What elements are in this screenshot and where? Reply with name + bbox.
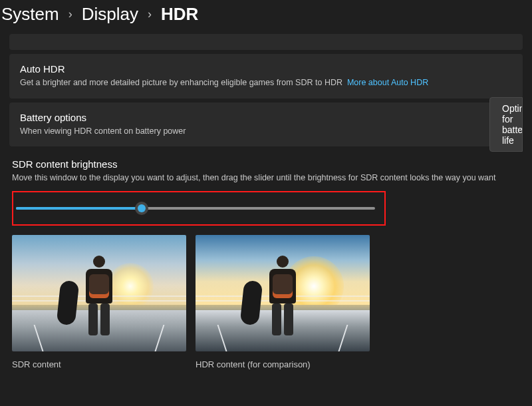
battery-title: Battery options	[20, 112, 512, 123]
chevron-right-icon: ›	[68, 7, 72, 21]
panel-battery-options[interactable]: Battery options When viewing HDR content…	[9, 102, 523, 147]
breadcrumb-system[interactable]: System	[1, 4, 59, 25]
sdr-caption: SDR content	[12, 359, 186, 369]
hdr-caption: HDR content (for comparison)	[196, 359, 370, 369]
breadcrumb-hdr: HDR	[161, 4, 198, 25]
auto-hdr-title: Auto HDR	[20, 63, 512, 75]
battery-optimize-dropdown[interactable]: Optimize for battery life	[489, 97, 523, 152]
auto-hdr-desc-text: Get a brighter and more detailed picture…	[20, 78, 342, 87]
slider-thumb[interactable]	[135, 202, 148, 215]
panel-auto-hdr[interactable]: Auto HDR Get a brighter and more detaile…	[9, 54, 523, 99]
sdr-slider-highlight	[12, 191, 386, 226]
panel-cutoff	[9, 34, 523, 50]
sdr-preview-image	[12, 235, 186, 351]
sdr-brightness-slider[interactable]	[16, 202, 375, 215]
breadcrumb: System › Display › HDR	[0, 0, 532, 34]
sdr-desc: Move this window to the display you want…	[12, 172, 520, 184]
hdr-preview-image	[196, 235, 370, 351]
slider-fill	[16, 207, 142, 210]
battery-desc: When viewing HDR content on battery powe…	[20, 126, 512, 138]
comparison-images: SDR content HDR content	[12, 235, 520, 369]
chevron-right-icon: ›	[148, 7, 152, 21]
auto-hdr-desc: Get a brighter and more detailed picture…	[20, 77, 512, 89]
sdr-title: SDR content brightness	[12, 158, 520, 170]
panel-sdr-brightness: SDR content brightness Move this window …	[9, 150, 523, 377]
auto-hdr-more-link[interactable]: More about Auto HDR	[347, 78, 428, 87]
breadcrumb-display[interactable]: Display	[82, 4, 138, 25]
